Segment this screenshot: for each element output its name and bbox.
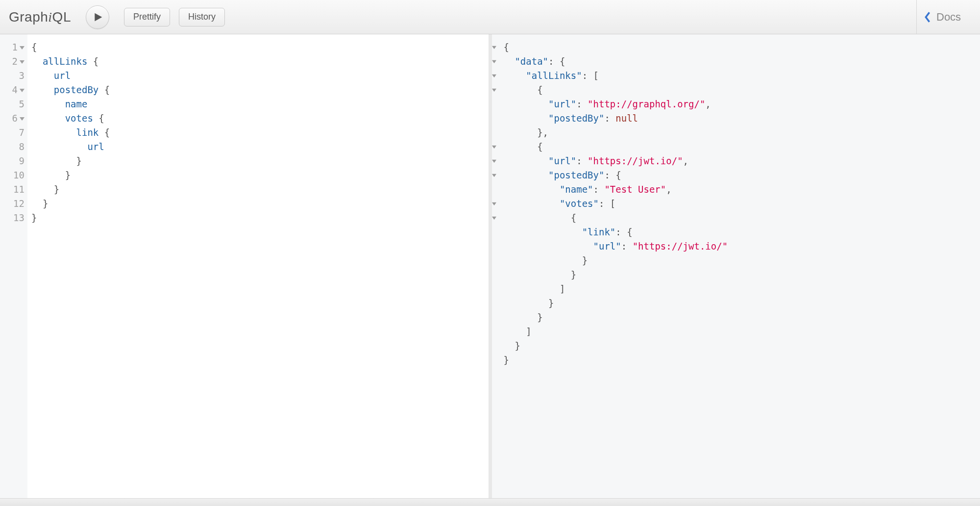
fold-icon[interactable] [20,60,24,64]
prettify-button[interactable]: Prettify [124,8,170,26]
line-number: 12 [0,197,24,211]
editor-gutter: 12345678910111213 [0,34,27,498]
line-number: 10 [0,168,24,182]
line-number: 9 [0,154,24,168]
docs-button[interactable]: Docs [916,0,980,34]
fold-icon[interactable] [20,89,24,92]
result-pane: { "data": { "allLinks": [ { "url": "http… [492,34,980,498]
fold-icon[interactable] [492,216,496,220]
fold-icon[interactable] [492,88,496,92]
execute-button[interactable] [86,5,109,29]
panes: 12345678910111213 { allLinks { url poste… [0,34,980,498]
line-number: 11 [0,182,24,197]
logo-suffix: QL [52,9,71,25]
fold-icon[interactable] [20,46,24,50]
result-viewer: { "data": { "allLinks": [ { "url": "http… [501,34,980,498]
fold-icon[interactable] [492,173,496,177]
fold-icon[interactable] [492,45,496,50]
line-number: 5 [0,97,24,111]
line-number: 1 [0,40,24,54]
line-number: 4 [0,83,24,97]
line-number: 8 [0,140,24,154]
logo-i: i [48,9,52,25]
docs-label: Docs [936,11,961,24]
query-editor-pane: 12345678910111213 { allLinks { url poste… [0,34,492,498]
fold-icon[interactable] [20,117,24,121]
line-number: 7 [0,126,24,140]
fold-icon[interactable] [492,159,496,163]
logo-prefix: Graph [9,9,48,25]
chevron-left-icon [924,11,931,23]
fold-icon[interactable] [492,74,496,78]
toolbar: GraphiQL Prettify History Docs [0,0,980,34]
line-number: 6 [0,111,24,126]
fold-icon[interactable] [492,145,496,149]
result-fold-gutter [492,34,501,498]
line-number: 13 [0,211,24,225]
play-icon [93,12,103,22]
fold-icon[interactable] [492,59,496,64]
fold-icon[interactable] [492,202,496,206]
variables-bar[interactable] [0,498,980,506]
line-number: 2 [0,54,24,69]
line-number: 3 [0,69,24,83]
history-button[interactable]: History [179,8,225,26]
app-logo: GraphiQL [9,9,71,25]
query-editor[interactable]: { allLinks { url postedBy { name votes {… [27,34,489,498]
